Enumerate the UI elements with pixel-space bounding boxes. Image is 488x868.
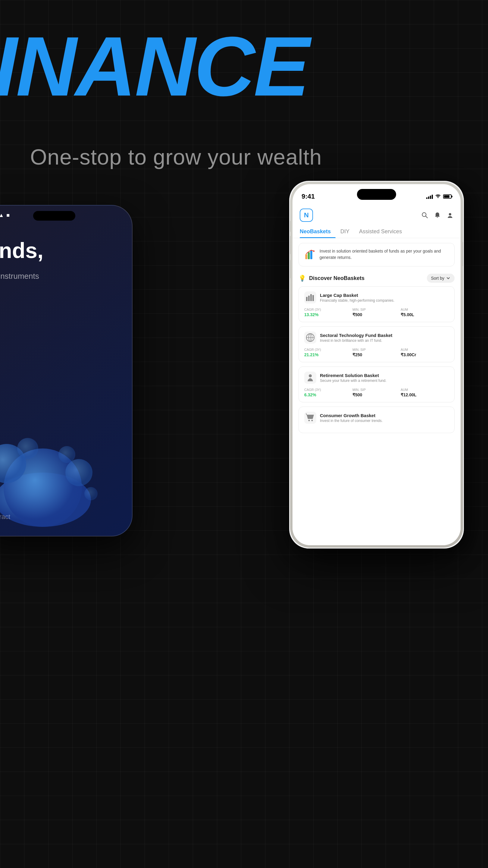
basket-card-sectoral-tech[interactable]: Sectoral Technology Fund Basket Invest i… [298, 327, 455, 362]
basket-info-large-cap: Large Cap Basket Financially stable, hig… [320, 293, 394, 303]
basket-icon-large-cap [304, 291, 316, 304]
section-title: 💡 Discover NeoBaskets [298, 275, 364, 282]
orb-svg [0, 403, 109, 530]
retirement-icon [305, 373, 315, 382]
basket-info-retirement: Retirement Solution Basket Secure your f… [320, 373, 387, 383]
profile-icon[interactable] [447, 212, 453, 218]
left-phone-content: unds, ent instruments [0, 230, 132, 536]
phones-container: ●●● ▲ ■ unds, ent instruments [0, 181, 488, 868]
left-phone-heading: unds, [0, 239, 123, 262]
svg-point-13 [313, 250, 315, 252]
interact-label: interact [0, 513, 10, 521]
phone-right[interactable]: 9:41 [289, 181, 464, 549]
app-header: N [293, 204, 461, 225]
svg-line-8 [426, 216, 427, 218]
svg-rect-17 [313, 295, 314, 301]
svg-point-25 [308, 420, 310, 421]
left-phone-subtext: ent instruments [0, 272, 123, 281]
tab-bar: NeoBaskets DIY Assisted Services [293, 225, 461, 238]
left-phone-status: ●●● ▲ ■ [0, 212, 10, 218]
status-time: 9:41 [301, 193, 315, 200]
search-icon[interactable] [421, 212, 428, 218]
svg-rect-16 [310, 294, 312, 301]
svg-rect-15 [308, 296, 310, 301]
tab-assisted-services[interactable]: Assisted Services [359, 225, 407, 238]
basket-icon-sectoral-tech [304, 332, 316, 344]
app-content: N [293, 204, 461, 545]
info-banner: Invest in solution oriented baskets of f… [298, 243, 455, 267]
svg-rect-11 [308, 252, 310, 259]
notification-icon[interactable] [434, 212, 441, 218]
svg-point-9 [449, 213, 451, 216]
power-button [463, 242, 464, 266]
app-logo: N [300, 209, 313, 222]
signal-icon [426, 194, 433, 199]
mute-button [289, 221, 290, 232]
svg-point-6 [84, 487, 98, 500]
phone-screen: 9:41 [293, 184, 461, 545]
section-header: 💡 Discover NeoBaskets Sort by [293, 271, 461, 286]
svg-point-3 [65, 459, 93, 486]
svg-rect-10 [305, 254, 307, 259]
header-icons [421, 212, 453, 218]
volume-up-button [289, 236, 290, 254]
scroll-area[interactable]: Invest in solution oriented baskets of f… [293, 238, 461, 531]
battery-icon [443, 194, 452, 198]
basket-stats-sectoral-tech: CAGR (3Y) 21.21% MIN. SIP ₹250 AUM ₹3.00… [304, 348, 449, 357]
svg-point-5 [59, 446, 75, 463]
svg-point-4 [17, 438, 38, 459]
phone-left: ●●● ▲ ■ unds, ent instruments [0, 205, 133, 536]
large-cap-icon [305, 293, 315, 302]
svg-point-26 [312, 420, 313, 421]
sort-chevron-icon [446, 276, 450, 280]
consumer-icon [305, 413, 315, 423]
left-phone-notch [33, 211, 75, 221]
hero-subtitle: One-stop to grow your wealth [30, 145, 322, 169]
sort-button[interactable]: Sort by [427, 274, 455, 283]
basket-icon-consumer [304, 412, 316, 424]
tab-diy[interactable]: DIY [340, 225, 354, 238]
bulb-icon: 💡 [298, 275, 306, 282]
basket-info-consumer: Consumer Growth Basket Invest in the fut… [320, 413, 383, 423]
orb-container [0, 403, 109, 530]
svg-rect-12 [310, 251, 313, 259]
status-icons [426, 194, 452, 199]
sectoral-tech-icon [305, 333, 315, 342]
basket-card-large-cap[interactable]: Large Cap Basket Financially stable, hig… [298, 286, 455, 322]
tab-neobaskets[interactable]: NeoBaskets [300, 225, 335, 238]
svg-rect-14 [306, 297, 307, 301]
basket-icon-retirement [304, 372, 316, 384]
basket-card-consumer[interactable]: Consumer Growth Basket Invest in the fut… [298, 407, 455, 433]
wifi-icon [435, 194, 441, 198]
volume-down-button [289, 260, 290, 278]
dynamic-island [357, 189, 396, 200]
basket-info-sectoral-tech: Sectoral Technology Fund Basket Invest i… [320, 333, 392, 343]
svg-point-22 [309, 374, 312, 377]
svg-line-27 [306, 413, 307, 415]
hero-title: INANCE [0, 24, 308, 108]
basket-card-retirement[interactable]: Retirement Solution Basket Secure your f… [298, 367, 455, 402]
banner-text: Invest in solution oriented baskets of f… [320, 248, 449, 261]
banner-chart-icon [304, 248, 315, 261]
basket-stats-retirement: CAGR (3Y) 6.32% MIN. SIP ₹500 AUM ₹12.00… [304, 388, 449, 397]
basket-stats-large-cap: CAGR (3Y) 13.32% MIN. SIP ₹500 AUM ₹5.00… [304, 308, 449, 317]
